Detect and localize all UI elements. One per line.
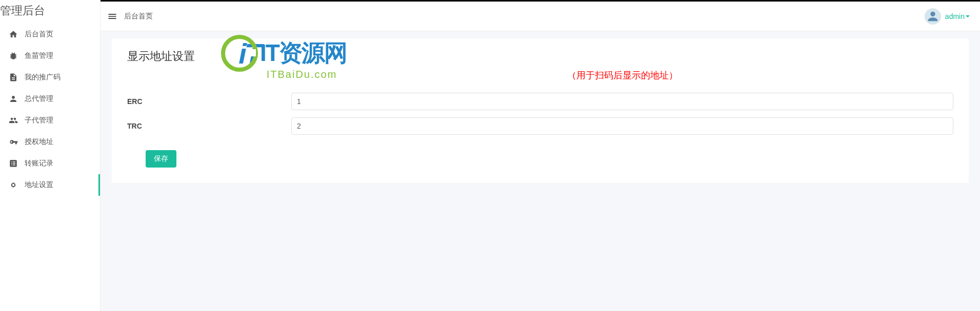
sidebar-menu: 后台首页 鱼苗管理 我的推广码 总代管理 子代管理 bbox=[0, 24, 100, 196]
sidebar-item-label: 子代管理 bbox=[25, 116, 53, 125]
save-button[interactable]: 保存 bbox=[146, 150, 176, 168]
file-icon bbox=[8, 72, 18, 82]
menu-toggle-icon[interactable] bbox=[107, 11, 118, 22]
erc-input[interactable] bbox=[291, 93, 953, 110]
sidebar: 管理后台 后台首页 鱼苗管理 我的推广码 总代管理 bbox=[0, 0, 101, 311]
sidebar-item-label: 转账记录 bbox=[25, 159, 53, 168]
sidebar-item-fry[interactable]: 鱼苗管理 bbox=[0, 45, 100, 67]
sidebar-item-transfer[interactable]: 转账记录 bbox=[0, 153, 100, 174]
form-actions: 保存 bbox=[127, 150, 953, 168]
user-name: admin bbox=[945, 12, 965, 20]
sidebar-item-home[interactable]: 后台首页 bbox=[0, 24, 100, 45]
sidebar-item-promo[interactable]: 我的推广码 bbox=[0, 67, 100, 88]
avatar bbox=[925, 8, 941, 25]
svg-point-0 bbox=[930, 11, 935, 16]
sidebar-item-auth-addr[interactable]: 授权地址 bbox=[0, 131, 100, 153]
sidebar-item-label: 后台首页 bbox=[25, 30, 53, 39]
settings-network-icon bbox=[8, 180, 18, 190]
sidebar-item-label: 总代管理 bbox=[25, 94, 53, 103]
sidebar-item-sub-agent[interactable]: 子代管理 bbox=[0, 110, 100, 131]
sidebar-item-label: 鱼苗管理 bbox=[25, 51, 53, 60]
sidebar-item-label: 授权地址 bbox=[25, 137, 53, 147]
home-icon bbox=[8, 29, 18, 39]
sidebar-item-label: 我的推广码 bbox=[25, 73, 61, 82]
breadcrumb[interactable]: 后台首页 bbox=[124, 12, 153, 21]
caret-down-icon bbox=[966, 15, 970, 17]
sidebar-item-label: 地址设置 bbox=[25, 180, 53, 190]
header-right: admin bbox=[925, 8, 970, 25]
trc-label: TRC bbox=[127, 122, 291, 130]
form-row-trc: TRC bbox=[127, 117, 953, 135]
sidebar-title: 管理后台 bbox=[0, 0, 100, 24]
panel-address-settings: 显示地址设置 （用于扫码后显示的地址） ERC TRC 保存 bbox=[112, 38, 969, 183]
list-icon bbox=[8, 158, 18, 169]
panel-title: 显示地址设置 bbox=[127, 49, 195, 64]
bug-icon bbox=[8, 51, 18, 61]
panel-hint: （用于扫码后显示的地址） bbox=[127, 69, 953, 81]
sidebar-item-general-agent[interactable]: 总代管理 bbox=[0, 88, 100, 110]
trc-input[interactable] bbox=[291, 117, 953, 135]
person-icon bbox=[8, 94, 18, 104]
main: 后台首页 admin 显示地址设置 （用于扫码后显示的地址） ERC TRC bbox=[101, 0, 980, 311]
erc-label: ERC bbox=[127, 97, 291, 106]
key-icon bbox=[8, 137, 18, 147]
content: 显示地址设置 （用于扫码后显示的地址） ERC TRC 保存 bbox=[101, 31, 980, 311]
header-left: 后台首页 bbox=[107, 11, 153, 22]
header: 后台首页 admin bbox=[101, 2, 980, 31]
form-row-erc: ERC bbox=[127, 93, 953, 110]
user-dropdown[interactable]: admin bbox=[945, 12, 970, 20]
sidebar-item-addr-settings[interactable]: 地址设置 bbox=[0, 174, 100, 196]
group-icon bbox=[8, 115, 18, 126]
